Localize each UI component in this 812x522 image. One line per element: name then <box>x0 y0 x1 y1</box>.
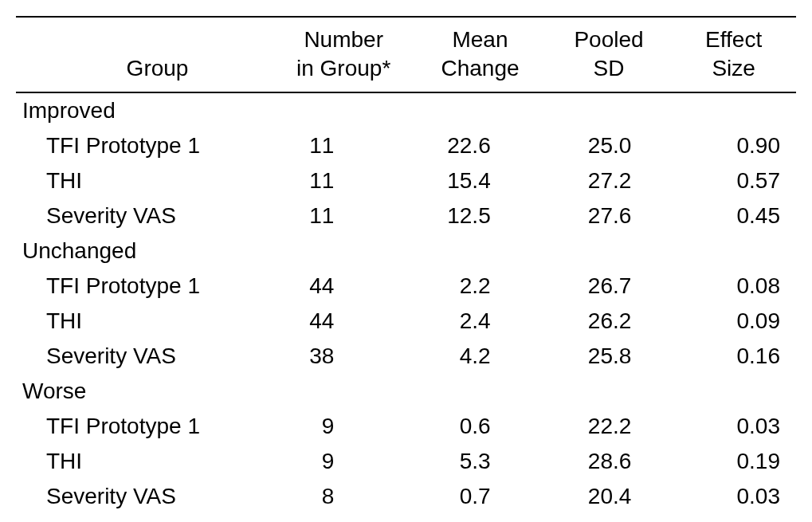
spacer-row <box>16 514 796 522</box>
row-label: THI <box>16 444 273 479</box>
row-n: 11 <box>273 163 414 198</box>
header-es: Effect Size <box>671 17 796 92</box>
row-label: TFI Prototype 1 <box>16 409 273 444</box>
table-row: TFI Prototype 1 11 22.6 25.0 0.90 <box>16 128 796 163</box>
row-es: 0.57 <box>671 163 796 198</box>
row-sd: 28.6 <box>547 444 672 479</box>
row-n: 9 <box>273 409 414 444</box>
row-es: 0.19 <box>671 444 796 479</box>
row-label: TFI Prototype 1 <box>16 269 273 304</box>
table-row: THI 44 2.4 26.2 0.09 <box>16 304 796 339</box>
header-number: Number in Group* <box>273 17 414 92</box>
header-group: Group <box>16 17 273 92</box>
section-name: Worse <box>16 374 796 409</box>
row-mean: 4.2 <box>414 339 546 374</box>
header-group-text: Group <box>127 56 189 80</box>
row-n: 38 <box>273 339 414 374</box>
row-sd: 25.8 <box>547 339 672 374</box>
data-table: Group Number in Group* Mean Change Poole… <box>16 16 796 522</box>
table-row: Severity VAS 38 4.2 25.8 0.16 <box>16 339 796 374</box>
header-sd-l1: Pooled <box>574 27 643 52</box>
header-sd: Pooled SD <box>547 17 672 92</box>
row-n: 44 <box>273 304 414 339</box>
table-row: Severity VAS 8 0.7 20.4 0.03 <box>16 479 796 514</box>
row-n: 9 <box>273 444 414 479</box>
row-sd: 26.7 <box>547 269 672 304</box>
row-mean: 15.4 <box>414 163 546 198</box>
row-mean: 12.5 <box>414 198 546 234</box>
header-mean-l1: Mean <box>452 27 508 52</box>
row-sd: 22.2 <box>547 409 672 444</box>
row-mean: 5.3 <box>414 444 546 479</box>
row-sd: 26.2 <box>547 304 672 339</box>
section-header: Improved <box>16 92 796 128</box>
row-mean: 0.7 <box>414 479 546 514</box>
row-es: 0.45 <box>671 198 796 234</box>
table-header-row: Group Number in Group* Mean Change Poole… <box>16 17 796 92</box>
row-mean: 2.2 <box>414 269 546 304</box>
row-es: 0.16 <box>671 339 796 374</box>
section-unchanged: Unchanged TFI Prototype 1 44 2.2 26.7 0.… <box>16 234 796 374</box>
row-sd: 25.0 <box>547 128 672 163</box>
row-es: 0.90 <box>671 128 796 163</box>
row-mean: 0.6 <box>414 409 546 444</box>
header-sd-l2: SD <box>594 56 625 80</box>
row-sd: 27.6 <box>547 198 672 234</box>
row-es: 0.03 <box>671 409 796 444</box>
table-row: TFI Prototype 1 44 2.2 26.7 0.08 <box>16 269 796 304</box>
row-label: THI <box>16 304 273 339</box>
effect-size-table: Group Number in Group* Mean Change Poole… <box>16 16 796 522</box>
row-n: 8 <box>273 479 414 514</box>
row-label: Severity VAS <box>16 198 273 234</box>
row-sd: 20.4 <box>547 479 672 514</box>
row-label: THI <box>16 163 273 198</box>
row-es: 0.09 <box>671 304 796 339</box>
header-mean-l2: Change <box>441 56 519 80</box>
row-es: 0.08 <box>671 269 796 304</box>
header-number-l1: Number <box>304 27 383 52</box>
row-label: Severity VAS <box>16 479 273 514</box>
header-es-l1: Effect <box>705 27 762 52</box>
section-name: Improved <box>16 92 796 128</box>
row-mean: 22.6 <box>414 128 546 163</box>
table-row: THI 11 15.4 27.2 0.57 <box>16 163 796 198</box>
section-improved: Improved TFI Prototype 1 11 22.6 25.0 0.… <box>16 92 796 234</box>
row-label: Severity VAS <box>16 339 273 374</box>
header-es-l2: Size <box>712 56 755 80</box>
row-es: 0.03 <box>671 479 796 514</box>
table-row: Severity VAS 11 12.5 27.6 0.45 <box>16 198 796 234</box>
row-n: 11 <box>273 128 414 163</box>
section-worse: Worse TFI Prototype 1 9 0.6 22.2 0.03 TH… <box>16 374 796 522</box>
row-n: 44 <box>273 269 414 304</box>
row-sd: 27.2 <box>547 163 672 198</box>
section-header: Unchanged <box>16 234 796 269</box>
table-row: THI 9 5.3 28.6 0.19 <box>16 444 796 479</box>
row-label: TFI Prototype 1 <box>16 128 273 163</box>
section-name: Unchanged <box>16 234 796 269</box>
header-mean: Mean Change <box>414 17 546 92</box>
row-mean: 2.4 <box>414 304 546 339</box>
row-n: 11 <box>273 198 414 234</box>
table-row: TFI Prototype 1 9 0.6 22.2 0.03 <box>16 409 796 444</box>
section-header: Worse <box>16 374 796 409</box>
header-number-l2: in Group* <box>296 56 390 80</box>
